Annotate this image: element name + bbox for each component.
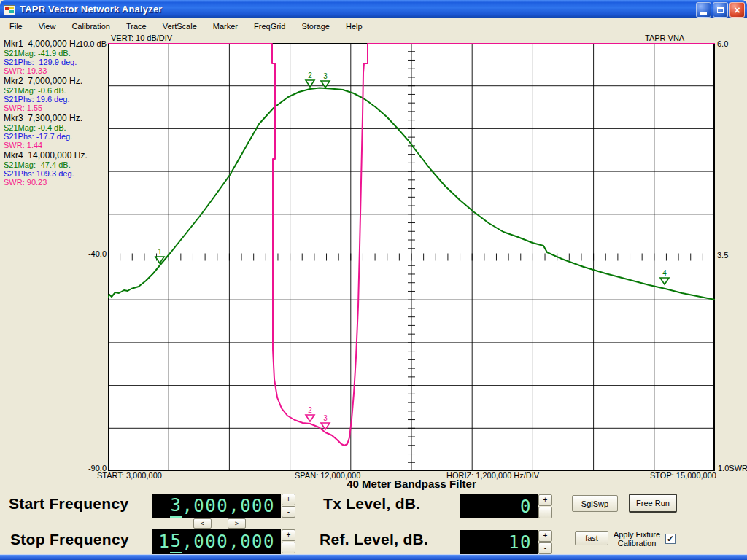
ref-level-increment-button[interactable]: + (538, 530, 552, 542)
start-frequency-value-post: ,000,000 (182, 496, 275, 516)
stop-frequency-label: Stop Frequency (10, 531, 129, 548)
marker4-readout: Mkr4 14,000,000 Hz. S21Mag: -47.4 dB. S2… (4, 150, 107, 187)
app-icon (4, 4, 15, 15)
start-frequency-increment-button[interactable]: + (282, 494, 295, 505)
app-icon-red-square (5, 7, 9, 10)
minimize-button[interactable] (696, 2, 711, 18)
menu-trace[interactable]: Trace (118, 20, 155, 33)
tx-level-value: 0 (520, 497, 532, 517)
left-axis-mid-label: -40.0 (71, 249, 107, 258)
stop-frequency-cursor-digit: 5 (170, 531, 182, 553)
ref-level-value: 10 (508, 532, 532, 553)
marker4-frequency: Mkr4 14,000,000 Hz. (4, 150, 107, 160)
menu-help[interactable]: Help (338, 20, 371, 33)
maximize-button[interactable] (713, 2, 728, 18)
vna-chart-svg: 123423 (108, 43, 715, 471)
trace-marker-number: 3 (323, 72, 328, 80)
checkmark-icon: ✓ (667, 534, 674, 543)
menu-file[interactable]: File (1, 20, 31, 33)
trace-marker-number: 4 (662, 269, 667, 277)
menu-freqgrid[interactable]: FreqGrid (246, 20, 293, 33)
free-run-button[interactable]: Free Run (629, 494, 677, 513)
vert-scale-label: VERT: 10 dB/DIV (111, 34, 172, 42)
digit-cursor-right-button[interactable]: > (228, 518, 246, 529)
start-frequency-cursor-digit: 3 (170, 495, 182, 518)
single-sweep-button[interactable]: SglSwp (572, 495, 618, 512)
apply-fixture-line2: Calibration (610, 540, 664, 548)
marker4-s21phs: S21Phs: 109.3 deg. (4, 169, 107, 178)
tx-level-decrement-button[interactable]: - (538, 507, 552, 518)
marker1-frequency: Mkr1 4,000,000 Hz. (4, 39, 107, 49)
app-icon-teal-square (9, 10, 14, 13)
marker4-swr: SWR: 90.23 (4, 178, 107, 187)
apply-fixture-calibration-label: Apply Fixture Calibration (610, 531, 664, 548)
ref-level-label: Ref. Level, dB. (320, 531, 428, 548)
marker2-swr: SWR: 1.55 (4, 104, 107, 112)
window-title: TAPR Vector Network Analyzer (20, 4, 163, 15)
right-axis-mid-label: 3.5 (717, 251, 728, 260)
start-frequency-label: Start Frequency (9, 495, 128, 513)
marker3-swr: SWR: 1.44 (4, 141, 107, 149)
menu-bar: File View Calibration Trace VertScale Ma… (0, 18, 747, 34)
app-icon-yellow-square (9, 7, 14, 9)
start-frequency-spinner: + - (282, 494, 295, 518)
tapr-vna-label: TAPR VNA (645, 34, 684, 42)
ref-level-display[interactable]: 10 (460, 530, 538, 554)
title-bar: TAPR Vector Network Analyzer × (0, 0, 747, 18)
fast-sweep-button[interactable]: fast (575, 531, 608, 545)
marker2-frequency: Mkr2 7,000,000 Hz. (4, 76, 107, 86)
digit-cursor-left-button[interactable]: < (193, 518, 212, 529)
marker3-frequency: Mkr3 7,300,000 Hz. (4, 113, 107, 123)
marker3-s21phs: S21Phs: -17.7 deg. (4, 132, 107, 141)
marker3-readout: Mkr3 7,300,000 Hz. S21Mag: -0.4 dB. S21P… (4, 113, 107, 149)
menu-calibration[interactable]: Calibration (63, 20, 118, 33)
marker1-readout: Mkr1 4,000,000 Hz. S21Mag: -41.9 dB. S21… (4, 39, 107, 75)
marker1-s21phs: S21Phs: -129.9 deg. (4, 58, 107, 66)
start-frequency-display[interactable]: 3,000,000 (152, 494, 281, 518)
chart-area: 123423 (108, 43, 715, 471)
right-axis-top-label: 6.0 (717, 39, 728, 48)
menu-vertscale[interactable]: VertScale (155, 20, 205, 33)
marker2-readout: Mkr2 7,000,000 Hz. S21Mag: -0.6 dB. S21P… (4, 76, 107, 112)
apply-fixture-line1: Apply Fixture (610, 531, 664, 540)
chart-title: 40 Meter Bandpass Filter (108, 478, 715, 490)
minimize-icon (700, 12, 707, 15)
tx-level-display[interactable]: 0 (460, 494, 538, 518)
trace-marker-number: 1 (158, 248, 162, 256)
trace-marker-number: 2 (308, 71, 312, 79)
stop-frequency-value-post: ,000,000 (182, 532, 275, 552)
stop-frequency-display[interactable]: 15,000,000 (152, 529, 281, 554)
tx-level-increment-button[interactable]: + (538, 494, 552, 506)
marker4-s21mag: S21Mag: -47.4 dB. (4, 160, 107, 169)
ref-level-spinner: + - (538, 530, 552, 554)
trace-marker-number: 3 (323, 414, 328, 422)
close-icon: × (734, 5, 740, 15)
apply-fixture-calibration-checkbox[interactable]: ✓ (665, 534, 676, 544)
marker-readout-panel: Mkr1 4,000,000 Hz. S21Mag: -41.9 dB. S21… (4, 39, 107, 187)
marker3-s21mag: S21Mag: -0.4 dB. (4, 123, 107, 132)
trace-marker-number: 2 (308, 406, 312, 414)
marker2-s21mag: S21Mag: -0.6 dB. (4, 86, 107, 95)
menu-marker[interactable]: Marker (205, 20, 246, 33)
stop-frequency-value-pre: 1 (159, 532, 171, 552)
close-button[interactable]: × (729, 2, 745, 18)
start-frequency-decrement-button[interactable]: - (282, 506, 295, 518)
stop-frequency-decrement-button[interactable]: - (282, 542, 295, 553)
maximize-icon (717, 7, 724, 13)
menu-storage[interactable]: Storage (293, 20, 338, 33)
marker2-s21phs: S21Phs: 19.6 deg. (4, 95, 107, 104)
stop-frequency-spinner: + - (282, 529, 295, 553)
taskbar-edge (0, 554, 747, 560)
ref-level-decrement-button[interactable]: - (538, 542, 552, 554)
menu-view[interactable]: View (31, 20, 64, 33)
marker1-s21mag: S21Mag: -41.9 dB. (4, 49, 107, 58)
right-axis-bottom-label: 1.0SWR (718, 464, 747, 472)
tx-level-spinner: + - (538, 494, 552, 518)
stop-frequency-increment-button[interactable]: + (282, 529, 295, 541)
tx-level-label: Tx Level, dB. (323, 495, 420, 513)
marker1-swr: SWR: 19.33 (4, 66, 107, 75)
